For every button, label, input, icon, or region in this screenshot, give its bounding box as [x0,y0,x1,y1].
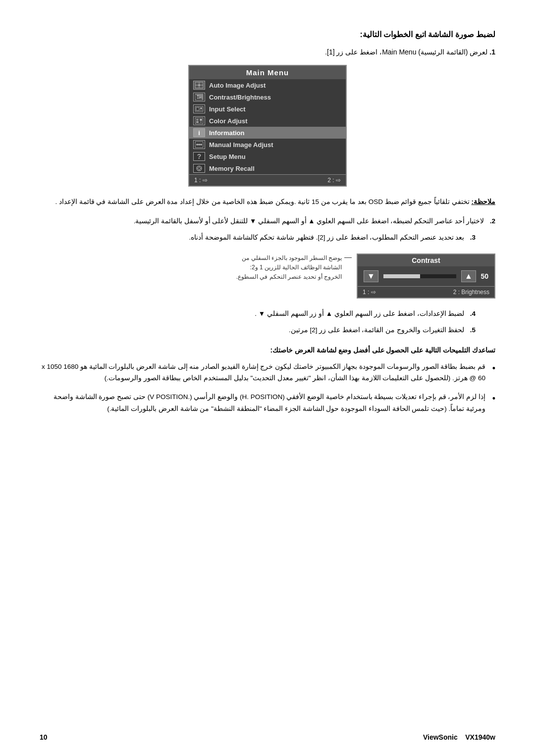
svg-rect-8 [196,107,199,110]
main-menu-title: Main Menu [189,66,346,79]
note-text: تختفي تلقائياً جميع قوائم ضبط OSD بعد ما… [55,198,469,205]
step-3-number: 3. [470,234,476,241]
menu-footer: 1 : ⇨ 2 : ⇨ [189,174,346,186]
menu-item-auto-image-adjust[interactable]: Auto Image Adjust [189,79,346,91]
contrast-brightness-icon [193,93,205,101]
input-select-label: Input Select [209,105,246,113]
step-1-text: 1. لعرض (القائمة الرئيسية) Main Menu، اض… [40,48,495,56]
step-1-number: 1. [489,48,495,56]
step-2: 2. لاختيار أحد عناصر التحكم لضبطه، اضغط … [40,216,495,227]
color-adjust-label: Color Adjust [209,117,248,125]
contrast-footer: 1 : ⇨ 2 : Brightness [358,286,494,298]
tips-list: قم بضبط بطاقة الصور والرسومات الموجودة ب… [40,361,495,415]
brand-name: ViewSonic [423,733,458,741]
contrast-note-line3: الخروج أو تحديد عنصر التحكم في السطوع. [236,272,342,282]
svg-point-21 [198,167,201,170]
manual-image-icon [193,140,205,149]
color-adjust-icon [193,116,205,125]
main-menu-container: Main Menu Auto Image Adjust [40,65,495,187]
contrast-controls: ▼ ▲ 50 [358,266,494,286]
step-5: 5. لحفظ التغيرات والخروج من القائمة، اضغ… [40,325,495,336]
contrast-footer-right: 2 : Brightness [453,289,489,296]
svg-rect-5 [197,96,199,97]
input-select-icon [193,104,205,113]
information-label: Information [209,129,245,137]
step-1-content: لعرض (القائمة الرئيسية) Main Menu، اضغط … [325,48,487,56]
steps-2-3: 2. لاختيار أحد عناصر التحكم لضبطه، اضغط … [40,216,495,244]
memory-recall-icon [193,164,205,173]
svg-rect-6 [197,98,201,99]
information-icon: i [193,128,205,137]
menu-item-memory-recall[interactable]: Memory Recall [189,162,346,174]
setup-menu-icon: ? [193,152,205,161]
note-paragraph: ملاحظة: تختفي تلقائياً جميع قوائم ضبط OS… [40,197,495,208]
contrast-bar [383,274,456,278]
menu-item-input-select[interactable]: Input Select [189,103,346,115]
page-number: 10 [40,733,48,741]
contrast-footer-left: 1 : ⇨ [363,289,376,296]
svg-rect-13 [200,119,202,121]
setup-menu-label: Setup Menu [209,153,246,160]
svg-rect-15 [200,121,202,123]
svg-point-19 [200,144,202,146]
contrast-down-btn[interactable]: ▼ [364,270,378,282]
manual-image-label: Manual Image Adjust [209,141,273,149]
contrast-note-line2: الشاشة الوظائف الحالية للزرين 1 و2: [236,263,342,272]
note-bold: ملاحظة: [472,198,496,205]
step-4-text: لضبط الإعدادات، اضغط على زر السهم العلوي… [255,310,464,317]
step-4-number: 4. [470,310,476,317]
footer-brand: ViewSonic VX1940w [423,733,495,741]
contrast-note: يوضح السطر الموجود بالجزء السفلي من الشا… [236,253,342,282]
menu-item-information[interactable]: i Information [189,127,346,139]
step-3: 3. بعد تحديد عنصر التحكم المطلوب، اضغط ع… [40,232,495,244]
menu-item-color-adjust[interactable]: Color Adjust [189,115,346,127]
svg-rect-9 [200,107,202,109]
steps-4-5: 4. لضبط الإعدادات، اضغط على زر السهم الع… [40,308,495,336]
contrast-box: Contrast ▼ ▲ 50 1 : ⇨ 2 : Brightness [357,253,495,299]
tip-2: إذا لزم الأمر، قم بإجراء تعديلات بسيطة ب… [40,391,495,414]
menu-item-contrast-brightness[interactable]: Contrast/Brightness [189,91,346,103]
contrast-area: يوضح السطر الموجود بالجزء السفلي من الشا… [40,253,495,299]
auto-image-icon [193,81,205,90]
svg-point-17 [196,144,198,146]
contrast-title: Contrast [358,254,494,266]
up-arrow-icon: ▲ [465,272,473,281]
model-name: VX1940w [465,733,495,741]
page-footer: 10 ViewSonic VX1940w [40,733,495,741]
down-arrow-icon: ▼ [367,272,375,281]
step-5-text: لحفظ التغيرات والخروج من القائمة، اضغط ع… [289,326,465,334]
auto-image-label: Auto Image Adjust [209,82,266,89]
contrast-brightness-label: Contrast/Brightness [209,94,271,101]
menu-item-manual-image-adjust[interactable]: Manual Image Adjust [189,139,346,151]
step-2-number: 2. [490,217,495,225]
main-menu-box: Main Menu Auto Image Adjust [188,65,347,187]
svg-rect-14 [196,121,199,123]
svg-point-3 [198,84,200,86]
step-4: 4. لضبط الإعدادات، اضغط على زر السهم الع… [40,308,495,320]
svg-rect-10 [200,109,202,110]
contrast-bar-fill [383,274,420,278]
contrast-value: 50 [476,272,488,280]
step-3-text: بعد تحديد عنصر التحكم المطلوب، اضغط على … [189,234,464,241]
menu-item-setup-menu[interactable]: ? Setup Menu [189,151,346,162]
step-5-number: 5. [470,326,476,334]
contrast-up-btn[interactable]: ▲ [461,270,476,282]
menu-footer-right: 2 : ⇨ [327,177,341,184]
svg-point-18 [198,144,200,146]
menu-footer-left: 1 : ⇨ [194,177,208,184]
memory-recall-label: Memory Recall [209,165,255,172]
main-heading: لضبط صورة الشاشة اتبع الخطوات التالية: [40,30,495,39]
tips-heading: تساعدك التلميحات التالية على الحصول على … [40,346,495,354]
contrast-note-line1: يوضح السطر الموجود بالجزء السفلي من [236,253,342,263]
tip-1: قم بضبط بطاقة الصور والرسومات الموجودة ب… [40,361,495,384]
step-2-text: لاختيار أحد عناصر التحكم لضبطه، اضغط على… [134,217,484,225]
svg-rect-12 [196,119,199,121]
